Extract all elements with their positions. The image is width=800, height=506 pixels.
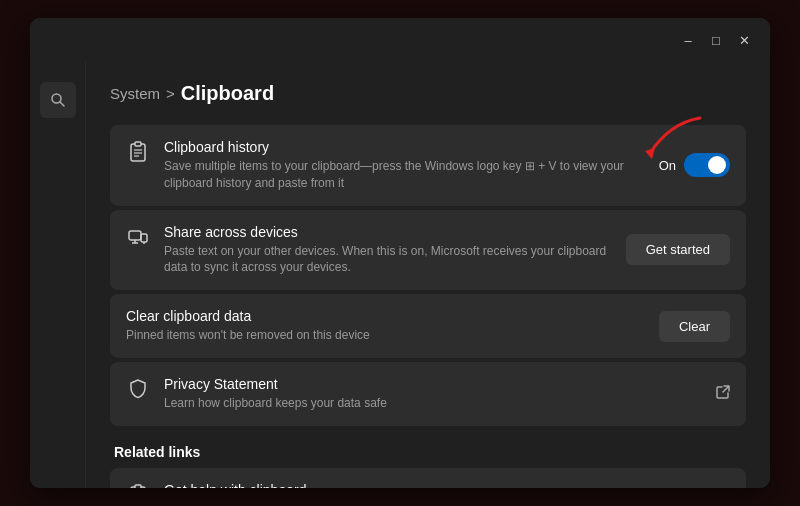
share-devices-info: Share across devices Paste text on your …: [126, 224, 626, 277]
share-devices-text: Share across devices Paste text on your …: [164, 224, 626, 277]
clipboard-history-text: Clipboard history Save multiple items to…: [164, 139, 659, 192]
breadcrumb-separator: >: [166, 85, 175, 102]
svg-rect-3: [135, 142, 141, 146]
privacy-statement-title: Privacy Statement: [164, 376, 716, 392]
get-help-title: Get help with clipboard: [164, 482, 716, 488]
get-help-text: Get help with clipboard: [164, 482, 716, 488]
related-links-label: Related links: [110, 444, 746, 460]
breadcrumb: System > Clipboard: [110, 82, 746, 105]
privacy-external-link: [716, 385, 730, 402]
svg-rect-7: [129, 231, 141, 240]
share-devices-title: Share across devices: [164, 224, 626, 240]
get-started-button[interactable]: Get started: [626, 234, 730, 265]
svg-rect-13: [135, 485, 141, 488]
clipboard-history-row: Clipboard history Save multiple items to…: [110, 125, 746, 206]
clipboard-history-info: Clipboard history Save multiple items to…: [126, 139, 659, 192]
clipboard-history-toggle[interactable]: [684, 153, 730, 177]
external-link-icon: [716, 385, 730, 402]
clear-clipboard-desc: Pinned items won't be removed on this de…: [126, 327, 586, 344]
title-bar: – □ ✕: [30, 18, 770, 62]
related-links-section: Related links Get help with: [110, 444, 746, 488]
search-button[interactable]: [40, 82, 76, 118]
minimize-button[interactable]: –: [674, 26, 702, 54]
share-devices-control: Get started: [626, 234, 730, 265]
settings-window: – □ ✕ System > Clipboard: [30, 18, 770, 488]
clear-clipboard-text: Clear clipboard data Pinned items won't …: [126, 308, 659, 344]
close-button[interactable]: ✕: [730, 26, 758, 54]
privacy-statement-desc: Learn how clipboard keeps your data safe: [164, 395, 624, 412]
clear-clipboard-control: Clear: [659, 311, 730, 342]
content-area: System > Clipboard: [30, 62, 770, 488]
svg-rect-10: [141, 234, 147, 242]
privacy-statement-text: Privacy Statement Learn how clipboard ke…: [164, 376, 716, 412]
clear-clipboard-row: Clear clipboard data Pinned items won't …: [110, 294, 746, 358]
clipboard-history-desc: Save multiple items to your clipboard—pr…: [164, 158, 624, 192]
settings-section: Clipboard history Save multiple items to…: [110, 125, 746, 428]
breadcrumb-system: System: [110, 85, 160, 102]
shield-icon: [126, 378, 150, 405]
svg-line-1: [60, 102, 64, 106]
clear-button[interactable]: Clear: [659, 311, 730, 342]
share-icon: [126, 226, 150, 253]
privacy-statement-info: Privacy Statement Learn how clipboard ke…: [126, 376, 716, 412]
main-content: System > Clipboard: [86, 62, 770, 488]
share-devices-row: Share across devices Paste text on your …: [110, 210, 746, 291]
clipboard-history-control: On: [659, 153, 730, 177]
clear-clipboard-info: Clear clipboard data Pinned items won't …: [126, 308, 659, 344]
help-clipboard-icon: [126, 484, 150, 488]
clipboard-history-title: Clipboard history: [164, 139, 659, 155]
clear-clipboard-title: Clear clipboard data: [126, 308, 659, 324]
clipboard-icon: [126, 141, 150, 168]
search-icon: [50, 92, 66, 108]
sidebar: [30, 62, 86, 488]
breadcrumb-current: Clipboard: [181, 82, 274, 105]
privacy-statement-row: Privacy Statement Learn how clipboard ke…: [110, 362, 746, 426]
toggle-on-label: On: [659, 158, 676, 173]
share-devices-desc: Paste text on your other devices. When t…: [164, 243, 624, 277]
get-help-info: Get help with clipboard: [126, 482, 716, 488]
get-help-row[interactable]: Get help with clipboard: [110, 468, 746, 488]
maximize-button[interactable]: □: [702, 26, 730, 54]
